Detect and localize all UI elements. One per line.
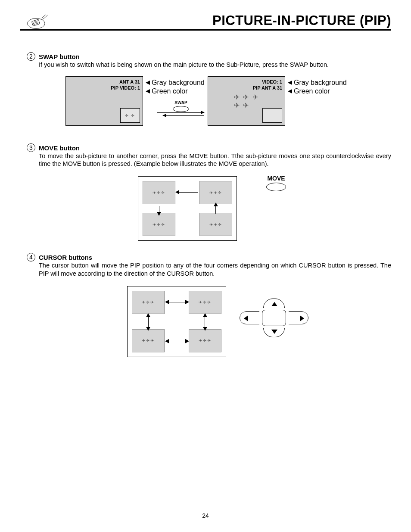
- note-green-right: Green color: [288, 87, 330, 95]
- move-button-label: MOVE: [263, 175, 289, 182]
- note-green-left: Green color: [146, 87, 188, 95]
- cursor-right-icon: [300, 315, 304, 321]
- cursor-left-icon: [244, 315, 248, 321]
- title-bar: PICTURE-IN-PICTURE (PIP): [20, 13, 391, 31]
- section-body-move: To move the sub-picture to another corne…: [39, 152, 391, 168]
- swap-tv-after: ✈ ✈ ✈✈ ✈ VIDEO: 1 PIP ANT A 31: [208, 76, 285, 126]
- section-title-cursor: CURSOR buttons: [39, 254, 92, 261]
- cursor-thumb-tl: ✈✈✈: [132, 291, 165, 314]
- section-move: 3 MOVE button To move the sub-picture to…: [27, 144, 391, 241]
- remote-logo-icon: [26, 12, 50, 30]
- move-thumb-bl: ✈✈✈: [143, 213, 175, 236]
- swap-arrows: [157, 110, 204, 118]
- swap-figure: ANT A 31 PIP VIDEO: 1 ✈ ✈ ✈ ✈ ✈✈ ✈ VIDEO…: [65, 76, 367, 132]
- step-number-4: 4: [27, 253, 35, 261]
- cursor-thumb-br: ✈✈✈: [189, 329, 221, 352]
- section-cursor: 4 CURSOR buttons The cursor button will …: [27, 254, 391, 357]
- swap-after-line1: VIDEO: 1: [253, 79, 282, 85]
- cursor-dpad-illustration: [240, 299, 308, 337]
- swap-after-pip: [262, 108, 282, 123]
- page-number: 24: [0, 512, 411, 519]
- move-figure: ✈✈✈ ✈✈✈ ✈✈✈ ✈✈✈ MOVE: [138, 176, 237, 241]
- move-button-icon: [266, 183, 286, 191]
- section-title-move: MOVE button: [39, 144, 80, 152]
- section-swap: 2 SWAP button If you wish to switch what…: [27, 53, 391, 132]
- swap-before-line2: PIP VIDEO: 1: [111, 85, 140, 91]
- swap-tv-before: ANT A 31 PIP VIDEO: 1 ✈ ✈: [65, 76, 143, 126]
- cursor-thumb-bl: ✈✈✈: [132, 329, 165, 352]
- swap-before-pip: ✈ ✈: [120, 108, 140, 123]
- move-thumb-tr: ✈✈✈: [199, 181, 232, 204]
- swap-button-label: SWAP: [168, 100, 194, 105]
- cursor-figure: ✈✈✈ ✈✈✈ ✈✈✈ ✈✈✈: [127, 286, 226, 357]
- section-title-swap: SWAP button: [39, 53, 80, 60]
- swap-before-line1: ANT A 31: [111, 79, 140, 85]
- note-gray-right: Gray background: [288, 79, 347, 87]
- swap-after-line2: PIP ANT A 31: [253, 85, 282, 91]
- move-button-illustration: MOVE: [263, 175, 289, 191]
- cursor-up-icon: [271, 302, 277, 306]
- section-body-cursor: The cursor button will move the PIP posi…: [39, 261, 391, 277]
- step-number-2: 2: [27, 52, 35, 61]
- cursor-thumb-tr: ✈✈✈: [189, 291, 221, 314]
- cursor-down-icon: [271, 330, 277, 334]
- move-thumb-tl: ✈✈✈: [143, 181, 175, 204]
- page-title: PICTURE-IN-PICTURE (PIP): [20, 13, 391, 28]
- move-thumb-br: ✈✈✈: [199, 213, 232, 236]
- section-body-swap: If you wish to switch what is being show…: [39, 61, 391, 68]
- note-gray-left: Gray background: [146, 79, 205, 87]
- step-number-3: 3: [27, 143, 35, 152]
